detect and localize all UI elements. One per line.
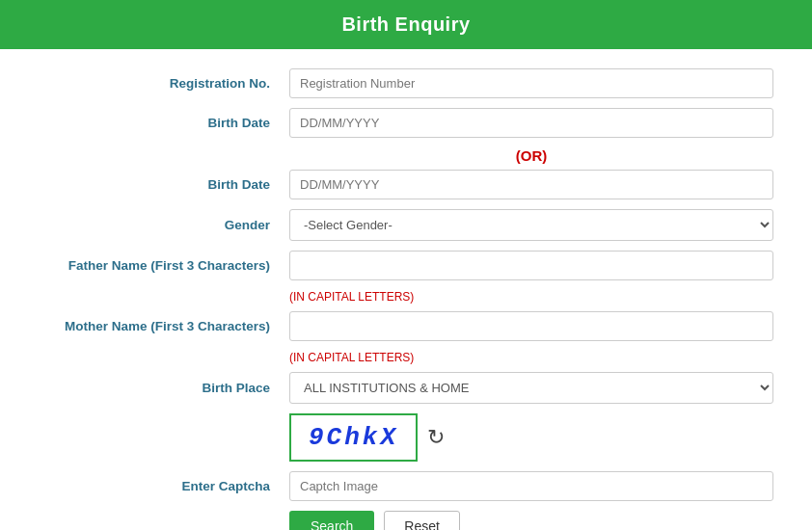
- birth-place-label: Birth Place: [39, 381, 289, 395]
- birth-date-label-1: Birth Date: [39, 116, 289, 130]
- birth-place-row: Birth Place ALL INSTITUTIONS & HOME INST…: [39, 372, 773, 404]
- birth-date-input-1[interactable]: [289, 108, 773, 138]
- search-button[interactable]: Search: [289, 511, 374, 530]
- captcha-image: 9ChkX: [289, 413, 418, 462]
- father-name-input[interactable]: [289, 251, 773, 280]
- mother-name-label: Mother Name (First 3 Characters): [39, 319, 289, 333]
- birth-date-row-2: Birth Date: [39, 170, 773, 199]
- page-title: Birth Enquiry: [341, 13, 470, 35]
- button-row: Search Reset: [289, 511, 773, 530]
- mother-name-row: Mother Name (First 3 Characters): [39, 311, 773, 341]
- enter-captcha-row: Enter Captcha: [39, 471, 773, 501]
- reset-button[interactable]: Reset: [384, 511, 460, 530]
- gender-select[interactable]: -Select Gender- Male Female Other: [289, 209, 773, 241]
- father-name-hint: (IN CAPITAL LETTERS): [289, 290, 773, 304]
- or-divider: (OR): [289, 147, 773, 164]
- birth-date-input-2[interactable]: [289, 170, 773, 199]
- birth-date-row-1: Birth Date: [39, 108, 773, 138]
- form-container: Registration No. Birth Date (OR) Birth D…: [0, 49, 812, 530]
- captcha-image-row: 9ChkX ↻: [289, 413, 773, 462]
- page-header: Birth Enquiry: [0, 0, 812, 49]
- gender-row: Gender -Select Gender- Male Female Other: [39, 209, 773, 241]
- mother-name-hint: (IN CAPITAL LETTERS): [289, 351, 773, 364]
- birth-date-label-2: Birth Date: [39, 177, 289, 192]
- father-name-label: Father Name (First 3 Characters): [39, 258, 289, 273]
- registration-input[interactable]: [289, 68, 773, 98]
- captcha-input[interactable]: [289, 471, 773, 501]
- or-text: (OR): [516, 147, 548, 164]
- gender-label: Gender: [39, 218, 289, 232]
- enter-captcha-label: Enter Captcha: [39, 479, 289, 493]
- registration-label: Registration No.: [39, 76, 289, 91]
- registration-row: Registration No.: [39, 68, 773, 98]
- mother-name-input[interactable]: [289, 311, 773, 341]
- refresh-captcha-icon[interactable]: ↻: [427, 425, 445, 450]
- father-name-row: Father Name (First 3 Characters): [39, 251, 773, 280]
- birth-place-select[interactable]: ALL INSTITUTIONS & HOME INSTITUTION HOME: [289, 372, 773, 404]
